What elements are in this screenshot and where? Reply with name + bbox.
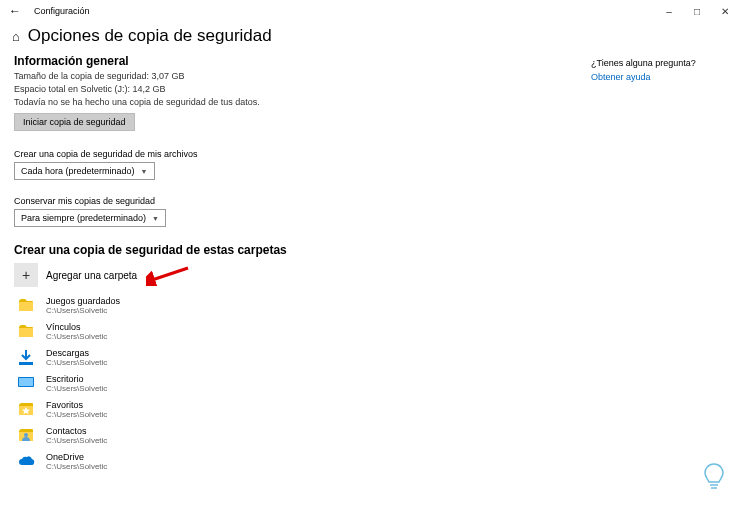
- help-sidebar: ¿Tienes alguna pregunta? Obtener ayuda: [591, 54, 731, 477]
- folder-item[interactable]: Juegos guardadosC:\Users\Solvetic: [14, 295, 444, 315]
- window-title: Configuración: [34, 6, 90, 16]
- folder-icon: [14, 295, 38, 315]
- folder-item[interactable]: VínculosC:\Users\Solvetic: [14, 321, 444, 341]
- total-space: Espacio total en Solvetic (J:): 14,2 GB: [14, 84, 444, 94]
- folder-icon: [14, 425, 38, 445]
- main-content: Información general Tamaño de la copia d…: [14, 54, 444, 477]
- start-backup-button[interactable]: Iniciar copia de seguridad: [14, 113, 135, 131]
- folders-heading: Crear una copia de seguridad de estas ca…: [14, 243, 444, 257]
- folder-path: C:\Users\Solvetic: [46, 384, 107, 393]
- minimize-button[interactable]: –: [655, 1, 683, 21]
- backup-size: Tamaño de la copia de seguridad: 3,07 GB: [14, 71, 444, 81]
- folder-name: Juegos guardados: [46, 296, 120, 306]
- svg-rect-2: [19, 362, 33, 365]
- folder-list: Juegos guardadosC:\Users\SolveticVínculo…: [14, 295, 444, 471]
- close-button[interactable]: ✕: [711, 1, 739, 21]
- svg-rect-1: [19, 328, 33, 337]
- folder-name: Contactos: [46, 426, 107, 436]
- folder-path: C:\Users\Solvetic: [46, 358, 107, 367]
- folder-item[interactable]: OneDriveC:\Users\Solvetic: [14, 451, 444, 471]
- svg-point-7: [24, 433, 28, 437]
- folder-path: C:\Users\Solvetic: [46, 332, 107, 341]
- folder-item[interactable]: EscritorioC:\Users\Solvetic: [14, 373, 444, 393]
- retention-dropdown[interactable]: Para siempre (predeterminado) ▼: [14, 209, 166, 227]
- folder-path: C:\Users\Solvetic: [46, 410, 107, 419]
- help-question: ¿Tienes alguna pregunta?: [591, 58, 731, 68]
- folder-path: C:\Users\Solvetic: [46, 306, 120, 315]
- backup-status: Todavía no se ha hecho una copia de segu…: [14, 97, 444, 107]
- svg-rect-4: [19, 378, 33, 386]
- home-icon[interactable]: ⌂: [12, 29, 20, 44]
- folder-name: Favoritos: [46, 400, 107, 410]
- add-folder-button[interactable]: + Agregar una carpeta: [14, 263, 444, 287]
- folder-item[interactable]: DescargasC:\Users\Solvetic: [14, 347, 444, 367]
- retention-value: Para siempre (predeterminado): [21, 213, 146, 223]
- folder-icon: [14, 373, 38, 393]
- back-button[interactable]: ←: [6, 4, 24, 18]
- folder-icon: [14, 399, 38, 419]
- plus-icon: +: [14, 263, 38, 287]
- lightbulb-icon: [701, 462, 727, 492]
- svg-rect-0: [19, 302, 33, 311]
- folder-item[interactable]: ContactosC:\Users\Solvetic: [14, 425, 444, 445]
- folder-name: Vínculos: [46, 322, 107, 332]
- folder-icon: [14, 347, 38, 367]
- page-header: ⌂ Opciones de copia de seguridad: [0, 22, 745, 54]
- folder-name: Descargas: [46, 348, 107, 358]
- folder-path: C:\Users\Solvetic: [46, 462, 107, 471]
- help-link[interactable]: Obtener ayuda: [591, 72, 731, 82]
- chevron-down-icon: ▼: [152, 215, 159, 222]
- folder-icon: [14, 451, 38, 471]
- page-title: Opciones de copia de seguridad: [28, 26, 272, 46]
- folder-name: OneDrive: [46, 452, 107, 462]
- titlebar: ← Configuración – □ ✕: [0, 0, 745, 22]
- maximize-button[interactable]: □: [683, 1, 711, 21]
- frequency-label: Crear una copia de seguridad de mis arch…: [14, 149, 444, 159]
- folder-item[interactable]: FavoritosC:\Users\Solvetic: [14, 399, 444, 419]
- folder-name: Escritorio: [46, 374, 107, 384]
- folder-path: C:\Users\Solvetic: [46, 436, 107, 445]
- add-folder-label: Agregar una carpeta: [46, 270, 137, 281]
- overview-heading: Información general: [14, 54, 444, 68]
- frequency-dropdown[interactable]: Cada hora (predeterminado) ▼: [14, 162, 155, 180]
- folder-icon: [14, 321, 38, 341]
- retention-label: Conservar mis copias de seguridad: [14, 196, 444, 206]
- frequency-value: Cada hora (predeterminado): [21, 166, 135, 176]
- chevron-down-icon: ▼: [141, 168, 148, 175]
